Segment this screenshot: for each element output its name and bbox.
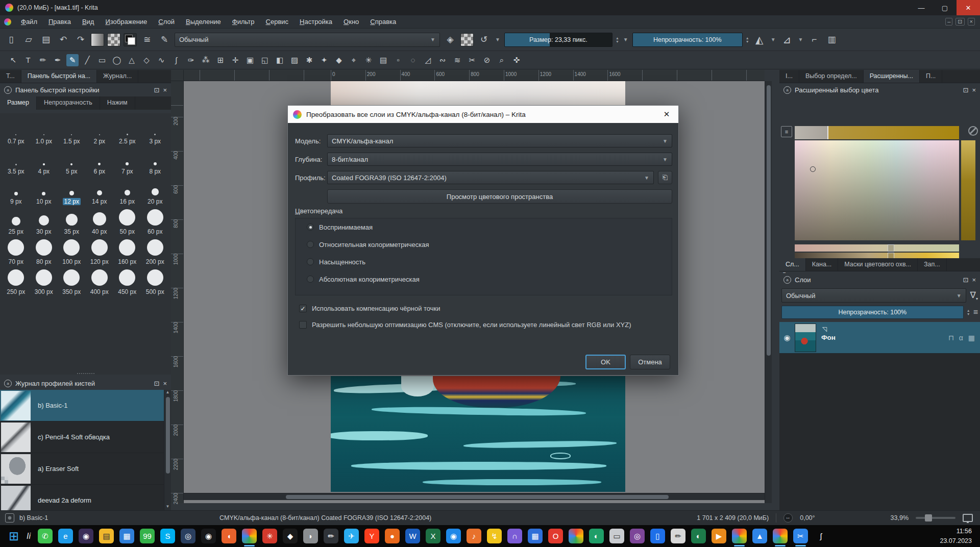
brush-size-preset[interactable]: 60 px: [141, 207, 169, 237]
mdi-window-controls[interactable]: –⊡×: [945, 18, 980, 26]
brush-history-item[interactable]: a) Eraser Soft: [0, 453, 171, 485]
taskbar-icon-whatsapp[interactable]: ✆: [38, 529, 53, 543]
cms-optimization-checkbox[interactable]: [299, 321, 307, 329]
canvas-vertical-scrollbar[interactable]: [765, 81, 772, 503]
brush-size-preset[interactable]: 25 px: [2, 207, 30, 237]
opacity-spin-buttons[interactable]: ▲▼: [967, 309, 970, 316]
new-document-button[interactable]: ▯: [4, 33, 18, 47]
canvas-rotation-icon[interactable]: [783, 513, 793, 523]
tool-16[interactable]: ▣: [244, 54, 256, 66]
layer-blend-mode-combo[interactable]: Обычный ▼: [781, 288, 966, 303]
brush-size-preset[interactable]: 50 px: [113, 207, 141, 237]
menu-файл[interactable]: Файл: [15, 15, 43, 29]
brush-size-preset[interactable]: 80 px: [30, 237, 58, 267]
brush-size-preset[interactable]: 0.7 px: [2, 116, 30, 146]
tool-11[interactable]: ∫: [170, 54, 182, 66]
chevron-down-icon[interactable]: ▼: [622, 37, 629, 42]
layer-alpha-icon[interactable]: α: [959, 334, 963, 342]
gray-swatch[interactable]: [795, 126, 828, 139]
taskbar-icon-yandex-browser[interactable]: Y: [364, 529, 379, 543]
import-profile-button[interactable]: ⎗: [658, 171, 672, 184]
scroll-up-icon[interactable]: ▲: [166, 390, 170, 396]
brush-size-preset[interactable]: 1.5 px: [58, 116, 86, 146]
lock-icon[interactable]: a: [4, 380, 12, 387]
tool-3[interactable]: ✒: [52, 54, 64, 66]
tool-32[interactable]: ⊘: [481, 54, 493, 66]
left-docker-tab-1[interactable]: Панель быстрой на...: [21, 70, 97, 83]
mirror-vertical-button[interactable]: ⊿: [780, 33, 794, 47]
canvas-image-top[interactable]: [331, 81, 625, 106]
radio-icon[interactable]: [307, 241, 314, 248]
gradient-chooser[interactable]: [91, 33, 104, 46]
zoom-level-value[interactable]: 33,9%: [891, 514, 909, 521]
hue-strip[interactable]: [961, 140, 975, 240]
lock-icon[interactable]: a: [4, 86, 12, 94]
taskbar-icon-music-app[interactable]: ♪: [467, 529, 481, 543]
maximize-button[interactable]: ▢: [933, 0, 957, 15]
current-brush-name[interactable]: b) Basic-1: [19, 514, 48, 521]
layer-visibility-icon[interactable]: ◉: [779, 333, 795, 342]
taskbar-icon-krita[interactable]: [242, 529, 257, 543]
tool-18[interactable]: ◧: [274, 54, 286, 66]
brush-size-preset[interactable]: 14 px: [86, 177, 114, 207]
tool-14[interactable]: ⊞: [214, 54, 227, 66]
brush-history-item[interactable]: deevad 2a deform: [0, 485, 171, 510]
tool-21[interactable]: ✦: [318, 54, 330, 66]
cancel-button[interactable]: Отмена: [630, 355, 670, 369]
brush-size-preset[interactable]: 3 px: [141, 116, 169, 146]
intent-option[interactable]: Насыщенность: [296, 253, 672, 270]
black-point-checkbox[interactable]: ✓: [299, 305, 307, 312]
brush-size-preset[interactable]: 2.5 px: [113, 116, 141, 146]
left-docker-tab-0[interactable]: Т...: [0, 70, 21, 83]
gold-swatch[interactable]: [828, 126, 959, 139]
brush-size-preset[interactable]: 20 px: [141, 177, 169, 207]
close-docker-icon[interactable]: ×: [163, 380, 167, 387]
trim-image-button[interactable]: ⌐: [807, 33, 822, 47]
tool-7[interactable]: ◯: [111, 54, 123, 66]
tool-31[interactable]: ✂: [466, 54, 478, 66]
tool-2[interactable]: ✏: [37, 54, 49, 66]
minimize-button[interactable]: —: [910, 0, 933, 15]
lock-icon[interactable]: a: [783, 276, 791, 284]
brush-preset-button[interactable]: ✎: [157, 33, 172, 47]
close-docker-icon[interactable]: ×: [163, 86, 167, 94]
brush-size-preset[interactable]: 7 px: [113, 146, 141, 177]
tool-17[interactable]: ◱: [259, 54, 271, 66]
tool-10[interactable]: ∿: [155, 54, 167, 66]
brush-size-preset[interactable]: 400 px: [86, 267, 114, 297]
taskbar-icon-grid-app[interactable]: ▦: [528, 529, 543, 543]
taskbar-icon-chrome-profile-2[interactable]: [773, 529, 788, 543]
taskbar-icon-radio-app[interactable]: ▭: [609, 529, 624, 543]
tool-25[interactable]: ▤: [377, 54, 389, 66]
splitter-handle[interactable]: [77, 373, 94, 374]
canvas-image-bottom[interactable]: [331, 376, 625, 492]
brush-size-preset[interactable]: 70 px: [2, 237, 30, 267]
opacity-slider[interactable]: Непрозрачность: 100%: [632, 33, 743, 47]
color-selector-square[interactable]: [795, 140, 959, 240]
tool-34[interactable]: ✜: [510, 54, 523, 66]
undo-button[interactable]: ↶: [56, 33, 70, 47]
right-mid-tab-1[interactable]: Кана...: [806, 258, 839, 271]
brush-size-preset[interactable]: 30 px: [30, 207, 58, 237]
right-docker-tab-1[interactable]: Выбор определ...: [799, 70, 864, 83]
brush-size-preset[interactable]: 350 px: [58, 267, 86, 297]
menu-сервис[interactable]: Сервис: [260, 15, 295, 29]
color-slider-1[interactable]: [795, 244, 959, 252]
menu-окно[interactable]: Окно: [338, 15, 364, 29]
ok-button[interactable]: OK: [585, 355, 626, 369]
float-docker-icon[interactable]: ⊡: [963, 276, 969, 284]
color-settings-icon[interactable]: ≡: [781, 126, 792, 137]
brush-size-preset[interactable]: 3.5 px: [2, 146, 30, 177]
brush-size-preset[interactable]: 10 px: [30, 177, 58, 207]
brush-size-preset[interactable]: 4 px: [30, 146, 58, 177]
float-docker-icon[interactable]: ⊡: [154, 86, 160, 94]
close-button[interactable]: ✕: [957, 0, 980, 15]
brush-size-preset[interactable]: 500 px: [141, 267, 169, 297]
layer-lock-icon[interactable]: ⊓: [948, 334, 954, 342]
tool-4-freehand-brush[interactable]: ✎: [66, 54, 79, 66]
taskbar-icon-word[interactable]: W: [405, 529, 420, 543]
taskbar-icon-firefox[interactable]: ◖: [222, 529, 236, 543]
menu-фильтр[interactable]: Фильтр: [227, 15, 260, 29]
tool-23[interactable]: ⌖: [348, 54, 360, 66]
mdi-close-icon[interactable]: ×: [968, 18, 975, 26]
